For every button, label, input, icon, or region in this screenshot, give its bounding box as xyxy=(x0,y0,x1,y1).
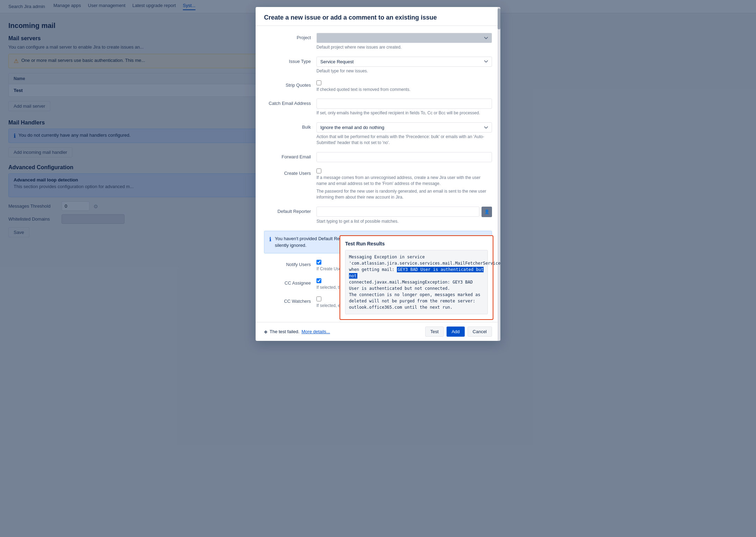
person-icon: 👤 xyxy=(484,209,490,214)
catch-email-input[interactable] xyxy=(316,99,492,109)
cc-assignee-label: CC Assignee xyxy=(264,278,316,286)
bulk-row: Bulk Ignore the email and do nothing Act… xyxy=(264,122,492,146)
strip-quotes-checkbox[interactable] xyxy=(316,80,321,85)
forward-email-field xyxy=(316,152,492,162)
cc-assignee-checkbox[interactable] xyxy=(316,278,321,283)
catch-email-label: Catch Email Address xyxy=(264,99,316,106)
cc-watchers-checkbox[interactable] xyxy=(316,296,321,301)
forward-email-input[interactable] xyxy=(316,152,492,162)
test-run-line5: The connection is no longer open, messag… xyxy=(349,292,480,310)
modal-footer: ◆ The test failed. More details... Test … xyxy=(256,322,500,341)
more-details-link[interactable]: More details... xyxy=(301,329,330,334)
default-reporter-input[interactable] xyxy=(316,207,479,217)
issue-type-label: Issue Type xyxy=(264,57,316,64)
create-users-row: Create Users If a message comes from an … xyxy=(264,169,492,200)
notify-users-checkbox[interactable] xyxy=(316,260,321,265)
modal-dialog: Create a new issue or add a comment to a… xyxy=(256,7,500,341)
modal-header: Create a new issue or add a comment to a… xyxy=(256,7,500,26)
test-run-line4: connected.javax.mail.MessagingException:… xyxy=(349,280,473,291)
default-reporter-row: Default Reporter 👤 Start typing to get a… xyxy=(264,207,492,224)
modal-scrollbar-thumb xyxy=(498,8,500,29)
cc-watchers-label: CC Watchers xyxy=(264,296,316,304)
modal-body: Project Default project where new issues… xyxy=(256,26,500,322)
default-reporter-help: Start typing to get a list of possible m… xyxy=(316,219,492,224)
footer-status: ◆ The test failed. More details... xyxy=(264,329,422,334)
notify-users-label: Notify Users xyxy=(264,260,316,267)
test-run-line1: Messaging Exception in service xyxy=(349,255,425,259)
project-field: Default project where new issues are cre… xyxy=(316,33,492,50)
bulk-field: Ignore the email and do nothing Action t… xyxy=(316,122,492,146)
modal-overlay: Create a new issue or add a comment to a… xyxy=(0,0,756,537)
test-button[interactable]: Test xyxy=(425,327,444,337)
diamond-icon: ◆ xyxy=(264,329,268,334)
bulk-help: Action that will be performed for emails… xyxy=(316,134,492,146)
create-users-field: If a message comes from an unrecognised … xyxy=(316,169,492,200)
strip-quotes-row: Strip Quotes If checked quoted text is r… xyxy=(264,80,492,93)
bulk-label: Bulk xyxy=(264,122,316,130)
test-run-content: Messaging Exception in service 'com.atla… xyxy=(345,250,488,314)
test-failed-text: The test failed. xyxy=(270,329,299,334)
issue-type-field: Service Request Default type for new iss… xyxy=(316,57,492,74)
forward-email-row: Forward Email xyxy=(264,152,492,162)
forward-email-label: Forward Email xyxy=(264,152,316,159)
issue-type-select[interactable]: Service Request xyxy=(316,57,492,67)
catch-email-field: If set, only emails having the specified… xyxy=(316,99,492,116)
test-run-line2: 'com.atlassian.jira.service.services.mai… xyxy=(349,261,500,266)
modal-title: Create a new issue or add a comment to a… xyxy=(264,14,492,21)
strip-quotes-field: If checked quoted text is removed from c… xyxy=(316,80,492,93)
modal-scrollbar[interactable] xyxy=(498,7,500,341)
create-users-label: Create Users xyxy=(264,169,316,176)
project-help: Default project where new issues are cre… xyxy=(316,44,492,50)
issue-type-row: Issue Type Service Request Default type … xyxy=(264,57,492,74)
test-run-title: Test Run Results xyxy=(345,241,488,246)
catch-email-help: If set, only emails having the specified… xyxy=(316,110,492,116)
bulk-select[interactable]: Ignore the email and do nothing xyxy=(316,122,492,133)
reporter-picker-button[interactable]: 👤 xyxy=(482,207,492,217)
project-select[interactable] xyxy=(316,33,492,43)
cancel-button[interactable]: Cancel xyxy=(468,327,492,337)
project-row: Project Default project where new issues… xyxy=(264,33,492,50)
strip-quotes-help: If checked quoted text is removed from c… xyxy=(316,87,492,93)
default-reporter-field: 👤 Start typing to get a list of possible… xyxy=(316,207,492,224)
test-run-line3: when getting mail: xyxy=(349,267,394,272)
default-reporter-label: Default Reporter xyxy=(264,207,316,214)
add-button[interactable]: Add xyxy=(447,327,464,337)
footer-actions: Test Add Cancel xyxy=(425,327,492,337)
issue-type-help: Default type for new issues. xyxy=(316,68,492,74)
create-users-help1: If a message comes from an unrecognised … xyxy=(316,175,492,187)
test-run-results-panel: Test Run Results Messaging Exception in … xyxy=(340,235,493,320)
warning-info-icon: ℹ xyxy=(269,235,271,244)
create-users-checkbox[interactable] xyxy=(316,169,321,173)
strip-quotes-label: Strip Quotes xyxy=(264,80,316,88)
create-users-help2: The password for the new user is randoml… xyxy=(316,188,492,200)
project-label: Project xyxy=(264,33,316,40)
catch-email-row: Catch Email Address If set, only emails … xyxy=(264,99,492,116)
